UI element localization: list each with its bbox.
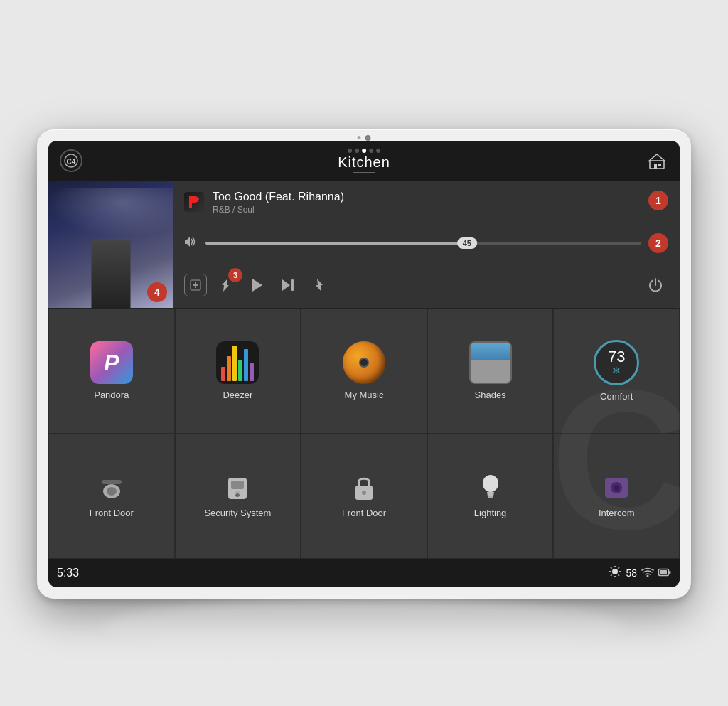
svg-line-32 <box>611 575 612 577</box>
deezer-icon <box>216 341 259 384</box>
mymusic-icon <box>343 341 385 384</box>
c4-logo[interactable]: C4 <box>60 149 82 172</box>
app-tile-lighting[interactable]: Lighting <box>427 434 554 559</box>
intercom-label: Intercom <box>599 508 635 518</box>
page-dot-3[interactable] <box>362 149 366 153</box>
svg-text:C4: C4 <box>67 158 76 166</box>
app-tile-frontdoor-lock[interactable]: Front Door <box>301 434 427 559</box>
svg-rect-13 <box>102 480 122 484</box>
frontdoor-lock-label: Front Door <box>342 508 386 518</box>
svg-rect-4 <box>658 164 661 166</box>
intercom-icon <box>599 474 634 502</box>
page-dot-5[interactable] <box>376 149 380 153</box>
svg-point-19 <box>483 475 498 492</box>
status-time: 5:33 <box>57 567 79 579</box>
shades-icon <box>469 341 512 384</box>
skip-button[interactable] <box>275 272 301 298</box>
title-underline <box>353 172 375 173</box>
app-tile-mymusic[interactable]: My Music <box>301 309 427 434</box>
app-tile-security[interactable]: Security System <box>175 434 301 559</box>
svg-marker-8 <box>252 279 262 292</box>
camera-lens <box>365 135 371 141</box>
svg-line-31 <box>619 567 620 569</box>
top-bar: C4 Kitchen <box>48 141 680 181</box>
deezer-label: Deezer <box>223 390 252 400</box>
top-bar-center: Kitchen <box>338 149 390 173</box>
svg-point-23 <box>614 485 619 491</box>
svg-rect-20 <box>488 496 493 498</box>
app-tile-frontdoor-cam[interactable]: Front Door <box>48 434 175 559</box>
power-button[interactable] <box>643 272 668 298</box>
app-tile-pandora[interactable]: P Pandora <box>48 309 175 434</box>
svg-marker-9 <box>282 279 290 291</box>
weather-icon <box>609 565 621 580</box>
lighting-label: Lighting <box>474 508 507 518</box>
device-frame: C C4 Kitchen <box>37 129 691 599</box>
svg-point-12 <box>107 487 117 496</box>
wifi-icon <box>641 567 654 579</box>
track-text: Too Good (Feat. Rihanna) R&B / Soul <box>213 191 344 215</box>
svg-rect-35 <box>669 571 671 574</box>
frontdoor-cam-label: Front Door <box>90 508 134 518</box>
badge-2: 2 <box>648 233 668 253</box>
app-tile-deezer[interactable]: Deezer <box>175 309 301 434</box>
track-title: Too Good (Feat. Rihanna) <box>213 191 344 203</box>
home-icon[interactable] <box>646 149 668 172</box>
lock-icon <box>346 474 382 502</box>
lighting-icon <box>473 474 508 502</box>
app-tile-comfort[interactable]: 73 ❄ Comfort <box>553 309 680 434</box>
battery-icon <box>658 567 671 579</box>
svg-point-18 <box>362 491 366 495</box>
page-dot-1[interactable] <box>348 149 352 153</box>
play-button[interactable] <box>244 272 269 298</box>
now-playing-section: 4 Too Good (Feat. Rihanna) R&B / So <box>48 181 680 309</box>
track-title-area: Too Good (Feat. Rihanna) R&B / Soul <box>184 191 344 215</box>
dislike-button[interactable]: 3 <box>213 272 238 298</box>
now-playing-info: Too Good (Feat. Rihanna) R&B / Soul 1 <box>173 181 680 308</box>
svg-rect-36 <box>660 570 667 574</box>
volume-value: 45 <box>457 237 477 249</box>
camera-icon <box>94 474 129 502</box>
comfort-label: Comfort <box>600 391 633 402</box>
pandora-service-icon <box>184 192 204 212</box>
apps-grid: P Pandora Deezer My Music <box>48 309 680 559</box>
badge-1: 1 <box>648 191 668 210</box>
track-header: Too Good (Feat. Rihanna) R&B / Soul 1 <box>184 191 668 215</box>
security-icon <box>220 474 255 502</box>
security-label: Security System <box>204 508 271 518</box>
volume-row: 45 2 <box>184 233 668 253</box>
app-tile-intercom[interactable]: Intercom <box>553 434 680 559</box>
camera-area <box>358 135 371 141</box>
mymusic-label: My Music <box>345 390 384 400</box>
page-dots <box>338 149 390 153</box>
shades-label: Shades <box>475 390 506 400</box>
comfort-temp: 73 <box>608 349 625 365</box>
svg-line-29 <box>611 567 612 569</box>
controls-row: 3 <box>184 272 668 298</box>
svg-rect-3 <box>654 164 657 169</box>
status-bar: 5:33 58 <box>48 559 680 587</box>
comfort-snowflake-icon: ❄ <box>612 365 621 376</box>
mymusic-center-dot <box>359 358 369 368</box>
screen: C C4 Kitchen <box>48 141 680 587</box>
page-dot-4[interactable] <box>369 149 373 153</box>
add-to-playlist-button[interactable] <box>184 274 207 296</box>
page-dot-2[interactable] <box>355 149 359 153</box>
comfort-icon: 73 ❄ <box>594 340 639 385</box>
badge-3: 3 <box>228 268 242 282</box>
album-art[interactable]: 4 <box>48 181 173 308</box>
app-tile-shades[interactable]: Shades <box>427 309 554 434</box>
room-title: Kitchen <box>338 154 390 171</box>
svg-point-33 <box>647 575 649 577</box>
track-genre: R&B / Soul <box>213 205 344 215</box>
badge-4: 4 <box>147 282 167 302</box>
pandora-icon: P <box>90 341 133 384</box>
pandora-label: Pandora <box>94 390 129 400</box>
volume-fill <box>205 242 467 245</box>
svg-line-30 <box>619 575 620 577</box>
volume-bar[interactable]: 45 <box>205 242 641 245</box>
like-button[interactable] <box>306 272 332 298</box>
svg-rect-15 <box>231 481 244 489</box>
device-reflection <box>102 599 626 656</box>
volume-icon[interactable] <box>184 236 198 250</box>
